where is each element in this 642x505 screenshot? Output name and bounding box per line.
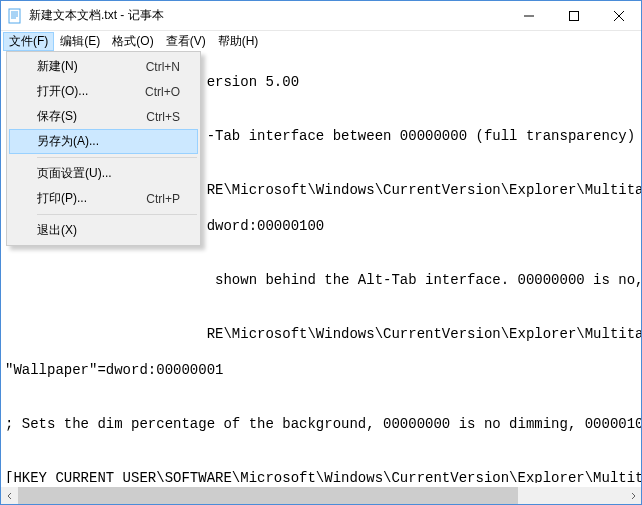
menu-format[interactable]: 格式(O) xyxy=(106,32,159,51)
menu-shortcut: Ctrl+N xyxy=(146,60,180,74)
menu-file[interactable]: 文件(F) xyxy=(3,32,54,51)
text-line: "Wallpaper"=dword:00000001 xyxy=(5,361,637,379)
menu-label: 新建(N) xyxy=(37,58,78,75)
file-menu-print[interactable]: 打印(P)... Ctrl+P xyxy=(9,186,198,211)
window-controls xyxy=(506,1,641,30)
scroll-thumb[interactable] xyxy=(18,487,518,504)
menu-label: 打印(P)... xyxy=(37,190,87,207)
svg-rect-6 xyxy=(569,11,578,20)
menu-label: 保存(S) xyxy=(37,108,77,125)
menu-label: 页面设置(U)... xyxy=(37,165,112,182)
file-menu-page-setup[interactable]: 页面设置(U)... xyxy=(9,161,198,186)
text-line: RE\Microsoft\Windows\CurrentVersion\Expl… xyxy=(5,325,637,343)
minimize-button[interactable] xyxy=(506,1,551,30)
scroll-right-button[interactable] xyxy=(624,487,641,504)
menu-label: 打开(O)... xyxy=(37,83,88,100)
titlebar: 新建文本文档.txt - 记事本 xyxy=(1,1,641,31)
notepad-icon xyxy=(7,8,23,24)
menu-edit[interactable]: 编辑(E) xyxy=(54,32,106,51)
file-menu-save-as[interactable]: 另存为(A)... xyxy=(9,129,198,154)
maximize-button[interactable] xyxy=(551,1,596,30)
menu-shortcut: Ctrl+S xyxy=(146,110,180,124)
menu-label: 退出(X) xyxy=(37,222,77,239)
scroll-track[interactable] xyxy=(18,487,624,504)
menu-shortcut: Ctrl+P xyxy=(146,192,180,206)
menu-separator xyxy=(37,157,197,158)
file-menu-open[interactable]: 打开(O)... Ctrl+O xyxy=(9,79,198,104)
menu-separator xyxy=(37,214,197,215)
text-line: [HKEY_CURRENT_USER\SOFTWARE\Microsoft\Wi… xyxy=(5,469,637,483)
text-line: shown behind the Alt-Tab interface. 0000… xyxy=(5,271,637,289)
file-menu-dropdown: 新建(N) Ctrl+N 打开(O)... Ctrl+O 保存(S) Ctrl+… xyxy=(6,51,201,246)
close-button[interactable] xyxy=(596,1,641,30)
menu-shortcut: Ctrl+O xyxy=(145,85,180,99)
menubar: 文件(F) 编辑(E) 格式(O) 查看(V) 帮助(H) xyxy=(1,31,641,51)
file-menu-new[interactable]: 新建(N) Ctrl+N xyxy=(9,54,198,79)
text-line: ; Sets the dim percentage of the backgro… xyxy=(5,415,637,433)
horizontal-scrollbar[interactable] xyxy=(1,487,641,504)
menu-view[interactable]: 查看(V) xyxy=(160,32,212,51)
file-menu-exit[interactable]: 退出(X) xyxy=(9,218,198,243)
menu-help[interactable]: 帮助(H) xyxy=(212,32,265,51)
file-menu-save[interactable]: 保存(S) Ctrl+S xyxy=(9,104,198,129)
menu-label: 另存为(A)... xyxy=(37,133,99,150)
scroll-left-button[interactable] xyxy=(1,487,18,504)
window-title: 新建文本文档.txt - 记事本 xyxy=(29,7,506,24)
